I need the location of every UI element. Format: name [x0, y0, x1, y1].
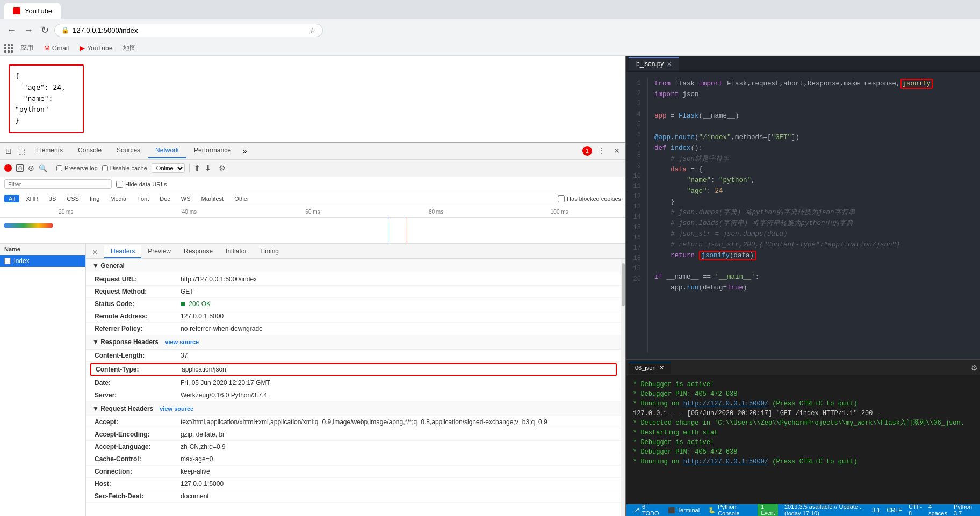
term-link-1[interactable]: http://127.0.0.1:5000/ — [683, 400, 768, 408]
tab-timing[interactable]: Timing — [253, 245, 285, 258]
term-line-8: * Debugger PIN: 405-472-638 — [633, 447, 974, 457]
terminal-label: Terminal — [678, 507, 700, 513]
request-headers-section-body: Accept: text/html,application/xhtml+xml,… — [86, 416, 621, 503]
throttle-select[interactable]: Online — [152, 163, 185, 173]
content-length-value: 37 — [181, 352, 612, 359]
type-all[interactable]: All — [4, 195, 19, 202]
type-manifest[interactable]: Manifest — [197, 195, 228, 202]
code-line-12: } — [654, 197, 974, 207]
code-line-1: from flask import Flask,request,abort,Re… — [654, 78, 974, 89]
disable-cache-label[interactable]: Disable cache — [102, 165, 147, 171]
type-doc[interactable]: Doc — [155, 195, 175, 202]
tab-response[interactable]: Response — [177, 245, 219, 258]
request-checkbox[interactable] — [4, 258, 11, 264]
tab-network[interactable]: Network — [148, 143, 186, 158]
terminal-content: * Debugger is active! * Debugger PIN: 40… — [626, 375, 980, 504]
terminal-tab-close[interactable]: ✕ — [659, 365, 664, 372]
type-other[interactable]: Other — [230, 195, 254, 202]
browser-tab[interactable]: YouTube — [4, 3, 61, 19]
has-blocked-checkbox[interactable] — [558, 195, 565, 202]
url-input[interactable] — [73, 26, 306, 34]
response-headers-view-source[interactable]: view source — [165, 339, 199, 345]
request-url-value: http://127.0.0.1:5000/index — [181, 275, 612, 283]
editor-tab-file[interactable]: b_json.py ✕ — [629, 57, 679, 70]
type-xhr[interactable]: XHR — [21, 195, 42, 202]
type-js[interactable]: JS — [45, 195, 60, 202]
disable-cache-checkbox[interactable] — [102, 165, 108, 171]
hide-urls-checkbox[interactable] — [116, 181, 123, 188]
bookmark-youtube[interactable]: ▶YouTube — [76, 43, 116, 53]
download-button[interactable]: ⬇ — [205, 164, 211, 172]
hide-urls-label[interactable]: Hide data URLs — [116, 181, 167, 188]
request-headers-view-source[interactable]: view source — [160, 405, 193, 412]
preserve-log-checkbox[interactable] — [56, 165, 62, 171]
editor-tabs: b_json.py ✕ — [626, 56, 980, 72]
connection-value: keep-alive — [181, 468, 612, 475]
type-css[interactable]: CSS — [62, 195, 83, 202]
term-line-9: * Running on http://127.0.0.1:5000/ (Pre… — [633, 457, 974, 467]
tab-elements[interactable]: Elements — [28, 143, 70, 158]
json-line4: } — [15, 115, 77, 127]
code-line-6: @app.route("/index",methods=["GET"]) — [654, 132, 974, 143]
filter-input[interactable] — [4, 179, 112, 189]
code-line-10: "name": "python", — [654, 175, 974, 186]
apps-icon[interactable] — [4, 44, 13, 53]
bookmark-gmail[interactable]: MGmail — [41, 43, 72, 53]
url-bar[interactable]: 🔒 ☆ — [54, 24, 323, 37]
tab-more[interactable]: » — [239, 144, 251, 157]
type-font[interactable]: Font — [133, 195, 153, 202]
request-item-index[interactable]: index — [0, 255, 85, 267]
type-img[interactable]: Img — [85, 195, 104, 202]
code-lines[interactable]: from flask import Flask,request,abort,Re… — [648, 78, 980, 353]
preserve-log-label[interactable]: Preserve log — [56, 165, 98, 171]
code-line-11: "age": 24 — [654, 186, 974, 197]
devtools-dock-button[interactable]: ⬚ — [15, 145, 28, 157]
status-python-console[interactable]: 🐍 Python Console — [708, 504, 749, 516]
code-line-19: if __name__ == '__main__': — [654, 272, 974, 282]
status-git[interactable]: ⎇ 6: TODO — [633, 504, 659, 516]
type-ws[interactable]: WS — [177, 195, 195, 202]
stop-button[interactable]: ⊘ — [16, 164, 24, 172]
accept-encoding-row: Accept-Encoding: gzip, deflate, br — [86, 428, 621, 441]
terminal-tab-json[interactable]: 06_json ✕ — [629, 362, 671, 374]
devtools-more-button[interactable]: ⋮ — [594, 145, 608, 157]
headers-scroll-thumb[interactable] — [622, 263, 625, 306]
star-icon[interactable]: ☆ — [309, 26, 316, 34]
devtools-close-button[interactable]: ✕ — [610, 145, 623, 157]
term-line-6: * Restarting with stat — [633, 428, 974, 438]
type-media[interactable]: Media — [106, 195, 131, 202]
tab-sources[interactable]: Sources — [109, 143, 148, 158]
general-section-header[interactable]: ▼ General — [86, 259, 621, 273]
bookmark-label: 应用 — [20, 43, 33, 53]
tab-headers[interactable]: Headers — [104, 245, 141, 258]
editor-tab-close[interactable]: ✕ — [667, 61, 672, 68]
tab-initiator[interactable]: Initiator — [219, 245, 253, 258]
devtools-toggle-button[interactable]: ⊡ — [2, 145, 15, 157]
code-line-14: # json.loads(字符串) 将字符串转换为python中的字典 — [654, 218, 974, 229]
request-headers-section-header[interactable]: ▼ Request Headers view source — [86, 402, 621, 416]
term-link-2[interactable]: http://127.0.0.1:5000/ — [683, 458, 768, 466]
filter-bar: Hide data URLs — [0, 177, 625, 192]
record-button[interactable] — [4, 164, 12, 172]
upload-button[interactable]: ⬆ — [194, 164, 200, 172]
content-type-row-highlighted: Content-Type: application/json — [90, 363, 617, 376]
status-terminal[interactable]: ⬛ Terminal — [668, 507, 700, 514]
tab-console[interactable]: Console — [70, 143, 109, 158]
terminal-gear-button[interactable]: ⚙ — [971, 364, 978, 372]
response-headers-section-header[interactable]: ▼ Response Headers view source — [86, 335, 621, 350]
tab-performance[interactable]: Performance — [186, 143, 239, 158]
code-line-17: return jsonify(data) — [654, 250, 974, 261]
bookmark-apps[interactable]: 应用 — [17, 42, 37, 54]
nav-bar: ← → ↻ 🔒 ☆ — [0, 19, 980, 41]
headers-close-button[interactable]: ✕ — [88, 246, 102, 258]
forward-button[interactable]: → — [21, 23, 35, 38]
filter-icon[interactable]: ⊛ — [28, 164, 34, 172]
refresh-button[interactable]: ↻ — [39, 22, 51, 38]
back-button[interactable]: ← — [4, 23, 18, 38]
tab-preview[interactable]: Preview — [141, 245, 177, 258]
has-blocked-label[interactable]: Has blocked cookies — [558, 195, 621, 202]
search-icon[interactable]: 🔍 — [39, 164, 47, 172]
network-settings-button[interactable]: ⚙ — [215, 162, 229, 174]
waterfall-labels: 20 ms 40 ms 60 ms 80 ms 100 ms — [4, 209, 621, 215]
bookmark-maps[interactable]: 地图 — [120, 42, 139, 54]
